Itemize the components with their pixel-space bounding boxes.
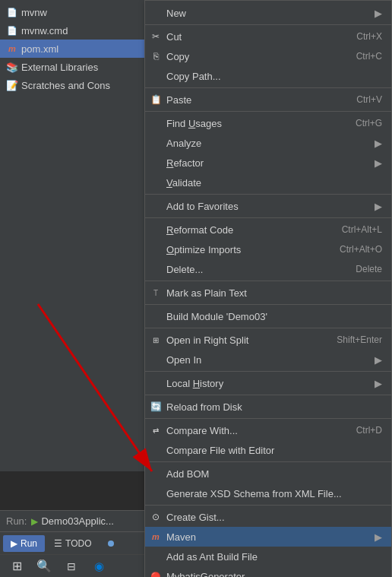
submenu-arrow-icon: ▶	[375, 8, 382, 19]
menu-label: Compare File with Editor	[166, 445, 274, 456]
sidebar-item-mvnw[interactable]: 📄 mvnw	[0, 3, 148, 21]
search-icon[interactable]: 🔍	[33, 556, 55, 577]
tab-run[interactable]: ▶ Run	[3, 535, 45, 552]
menu-item-reloadfromdisk[interactable]: 🔄 Reload from Disk	[145, 397, 391, 417]
tab-info[interactable]	[100, 535, 122, 552]
menu-label: Copy	[166, 51, 189, 62]
menu-label: Local History	[166, 378, 223, 389]
menu-item-buildmodule[interactable]: Build Module 'Demo03'	[145, 306, 391, 326]
menu-label: Cut	[166, 31, 182, 43]
browser-icon[interactable]: ◉	[88, 556, 109, 577]
menu-label: Paste	[166, 94, 191, 106]
menu-item-copypath[interactable]: Copy Path...	[145, 66, 391, 86]
split-icon: ⊞	[150, 334, 162, 346]
menu-label: Open in Right Split	[166, 334, 248, 346]
sidebar-item-pomxml[interactable]: m pom.xml	[0, 40, 148, 58]
shortcut-label: Ctrl+Alt+L	[327, 224, 382, 235]
sidebar-item-external-libraries[interactable]: 📚 External Libraries	[0, 58, 148, 76]
github-icon: ⊙	[150, 511, 162, 523]
submenu-arrow-icon: ▶	[375, 138, 382, 149]
run-app-label: Demo03Applic...	[41, 515, 113, 527]
menu-item-delete[interactable]: Delete... Delete	[145, 259, 391, 279]
submenu-arrow-icon: ▶	[375, 531, 382, 543]
menu-item-comparefilewitheditor[interactable]: Compare File with Editor	[145, 440, 391, 460]
separator-10	[145, 395, 391, 395]
separator-6	[145, 281, 391, 281]
tab-todo[interactable]: ☰ TODO	[46, 535, 99, 552]
todo-tab-label: TODO	[65, 538, 91, 549]
sidebar-item-label: External Libraries	[21, 62, 98, 73]
menu-item-openinrightsplit[interactable]: ⊞ Open in Right Split Shift+Enter	[145, 330, 391, 350]
menu-label: Refactor	[166, 157, 204, 169]
shortcut-label: Ctrl+C	[341, 51, 382, 62]
sidebar-item-label: Scratches and Cons	[21, 80, 110, 91]
run-icon: ▶	[31, 516, 38, 527]
menu-item-openin[interactable]: Open In ▶	[145, 350, 391, 369]
menu-item-validate[interactable]: Validate	[145, 173, 391, 192]
menu-item-cut[interactable]: ✂ Cut Ctrl+X	[145, 27, 391, 46]
menu-item-findusages[interactable]: Find Usages Ctrl+G	[145, 113, 391, 133]
menu-item-addbom[interactable]: Add BOM	[145, 464, 391, 483]
menu-item-localhistory[interactable]: Local History ▶	[145, 373, 391, 393]
separator-9	[145, 371, 391, 372]
menu-item-analyze[interactable]: Analyze ▶	[145, 133, 391, 153]
submenu-arrow-icon: ▶	[375, 354, 382, 366]
menu-label: Delete...	[166, 264, 203, 275]
separator-13	[145, 505, 391, 506]
library-icon: 📚	[6, 61, 18, 73]
submenu-arrow-icon: ▶	[375, 378, 382, 389]
menu-item-new[interactable]: New ▶	[145, 3, 391, 23]
separator-1	[145, 24, 391, 25]
menu-item-addtofavorites[interactable]: Add to Favorites ▶	[145, 196, 391, 216]
sidebar-item-label: pom.xml	[21, 43, 58, 55]
shortcut-label: Ctrl+X	[341, 31, 382, 42]
separator-12	[145, 461, 391, 462]
menu-label: Build Module 'Demo03'	[166, 311, 267, 322]
menu-item-creategist[interactable]: ⊙ Create Gist...	[145, 507, 391, 527]
menu-item-generatexsd[interactable]: Generate XSD Schema from XML File...	[145, 483, 391, 503]
separator-7	[145, 304, 391, 305]
apps-icon[interactable]: ⊟	[61, 556, 82, 577]
run-tab-icon: ▶	[11, 538, 17, 549]
menu-label: Compare With...	[166, 425, 238, 436]
menu-label: Reload from Disk	[166, 401, 242, 413]
cut-icon: ✂	[150, 30, 162, 43]
reload-icon: 🔄	[150, 401, 162, 413]
menu-label: Find Usages	[166, 118, 222, 129]
menu-label: Validate	[166, 177, 201, 189]
sidebar-item-label: mvnw.cmd	[21, 25, 68, 36]
mybatis-icon: 🔴	[150, 570, 162, 577]
menu-label: Add as Ant Build File	[166, 551, 258, 563]
todo-tab-icon: ☰	[54, 538, 62, 549]
shortcut-label: Ctrl+V	[341, 94, 382, 105]
menu-item-mybatisgenerator[interactable]: 🔴 MybatisGenerator	[145, 566, 391, 577]
paste-icon: 📋	[150, 94, 162, 106]
menu-label: Optimize Imports	[166, 244, 241, 255]
menu-item-refactor[interactable]: Refactor ▶	[145, 153, 391, 173]
scratch-icon: 📝	[6, 79, 18, 91]
info-dot-icon	[108, 541, 114, 547]
sidebar-item-mvnwcmd[interactable]: 📄 mvnw.cmd	[0, 21, 148, 40]
sidebar-item-scratches[interactable]: 📝 Scratches and Cons	[0, 76, 148, 94]
separator-3	[145, 111, 391, 112]
file-icon: 📄	[6, 6, 18, 18]
sidebar-panel: 📄 mvnw 📄 mvnw.cmd m pom.xml 📚 External L…	[0, 0, 148, 471]
menu-label: New	[166, 8, 186, 19]
windows-icon: ⊞	[6, 556, 27, 577]
menu-label: MybatisGenerator	[166, 571, 245, 578]
menu-label: Add to Favorites	[166, 201, 239, 212]
compare-icon: ⇄	[150, 424, 162, 436]
menu-item-markasplaintext[interactable]: T Mark as Plain Text	[145, 283, 391, 303]
menu-item-addasant[interactable]: Add as Ant Build File	[145, 547, 391, 566]
menu-item-maven[interactable]: m Maven ▶	[145, 527, 391, 547]
menu-item-reformatcode[interactable]: Reformat Code Ctrl+Alt+L	[145, 220, 391, 239]
menu-item-paste[interactable]: 📋 Paste Ctrl+V	[145, 90, 391, 109]
separator-4	[145, 194, 391, 195]
menu-item-optimizeimports[interactable]: Optimize Imports Ctrl+Alt+O	[145, 239, 391, 259]
shortcut-label: Shift+Enter	[321, 334, 382, 345]
maven-file-icon: m	[6, 43, 18, 55]
menu-item-comparewith[interactable]: ⇄ Compare With... Ctrl+D	[145, 420, 391, 440]
submenu-arrow-icon: ▶	[375, 157, 382, 169]
maven-icon: m	[150, 531, 162, 543]
menu-item-copy[interactable]: ⎘ Copy Ctrl+C	[145, 46, 391, 66]
